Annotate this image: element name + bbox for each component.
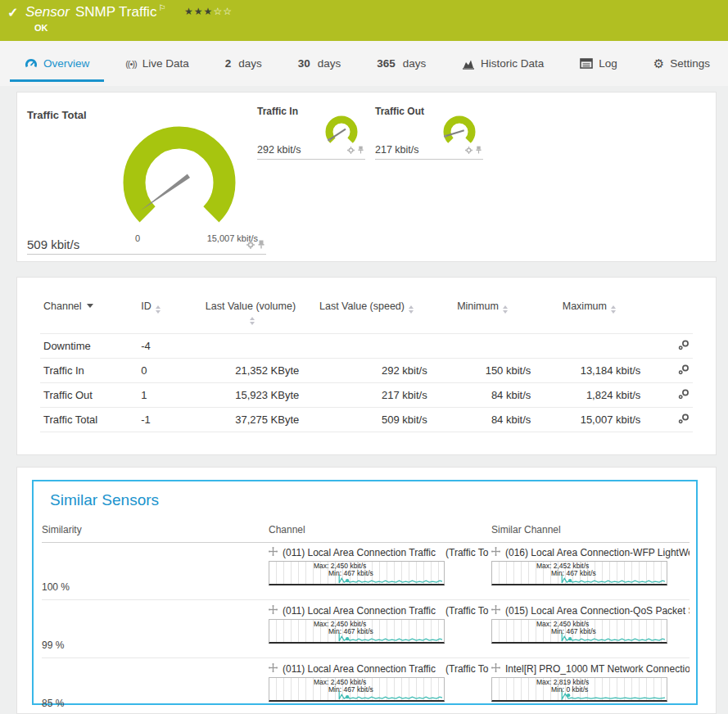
table-row-downtime[interactable]: Downtime -4 — [40, 334, 693, 359]
sort-icon — [156, 305, 161, 314]
tab-2-days[interactable]: 2 days — [220, 41, 267, 86]
maximum-value: 15,007 kbit/s — [534, 408, 644, 432]
similarity-value: 85 % — [42, 698, 269, 714]
tab-30-days[interactable]: 30 days — [293, 41, 346, 86]
channel-mini-graph[interactable]: Max: 2,450 kbit/s Min: 467 kbit/s — [269, 561, 445, 585]
gauge-settings-icon[interactable] — [347, 142, 355, 157]
table-row-traffic-out[interactable]: Traffic Out 1 15,923 KByte 217 kbit/s 84… — [40, 383, 693, 408]
tab-log[interactable]: Log — [575, 41, 622, 86]
similar-channel-mini-graph[interactable]: Max: 2,819 kbit/s Min: 0 kbit/s — [491, 677, 667, 702]
last-value-volume: 21,352 KByte — [199, 359, 303, 383]
channel-link-suffix: (Traffic To — [445, 663, 488, 675]
move-handle-icon[interactable] — [269, 547, 278, 558]
channel-name[interactable]: Traffic In — [40, 359, 138, 383]
tab-live-data[interactable]: ((•)) Live Data — [120, 41, 194, 86]
last-value-speed — [302, 334, 430, 359]
channel-settings-icon[interactable] — [678, 365, 690, 377]
channel-link-suffix: (Traffic To — [445, 547, 488, 558]
priority-stars[interactable]: ★★★☆☆ — [184, 6, 233, 17]
graph-min-label: Min: 467 kbit/s — [551, 569, 596, 577]
last-value-volume: 37,275 KByte — [199, 408, 303, 432]
gauge-pin-icon[interactable] — [476, 142, 482, 157]
tab-bar: Overview ((•)) Live Data 2 days 30 days … — [0, 41, 728, 86]
gauge-settings-icon[interactable] — [246, 237, 255, 252]
tab-historic-data[interactable]: Historic Data — [457, 41, 549, 86]
tab-settings[interactable]: ⚙ Settings — [649, 41, 715, 86]
status-badge: OK — [34, 23, 48, 33]
minimum-value: 84 kbit/s — [431, 383, 535, 408]
column-header-last-value-speed[interactable]: Last Value (speed) — [302, 297, 430, 334]
similar-channel-link[interactable]: Intel[R] PRO_1000 MT Network Connection — [505, 663, 690, 675]
traffic-total-dial — [114, 119, 245, 250]
similar-sensor-row: 85 % (011) Local Area Connection Traffic… — [42, 658, 690, 714]
graph-min-label: Min: 467 kbit/s — [328, 627, 373, 635]
tab-label: days — [403, 57, 427, 70]
similar-sensors-panel: Similar Sensors Similarity Channel Simil… — [16, 467, 717, 714]
channel-id: -1 — [138, 408, 198, 432]
tab-label: Historic Data — [481, 57, 544, 70]
sort-desc-icon — [87, 304, 93, 308]
channel-link[interactable]: (011) Local Area Connection Traffic — [283, 605, 436, 617]
sort-icon — [503, 305, 508, 314]
gauge-pin-icon[interactable] — [258, 237, 265, 252]
channel-settings-icon[interactable] — [678, 390, 690, 402]
similar-channel-link[interactable]: (015) Local Area Connection-QoS Packet S… — [505, 605, 690, 617]
channel-link[interactable]: (011) Local Area Connection Traffic — [283, 547, 436, 558]
gauge-title: Traffic In — [257, 106, 298, 117]
similar-sensors-title: Similar Sensors — [50, 491, 159, 509]
tab-label: Overview — [43, 57, 89, 70]
similarity-value: 99 % — [42, 639, 269, 658]
maximum-value: 1,824 kbit/s — [534, 383, 644, 408]
move-handle-icon[interactable] — [269, 605, 278, 617]
last-value-volume — [199, 334, 303, 359]
column-header-minimum[interactable]: Minimum — [431, 297, 535, 334]
sort-icon — [611, 305, 616, 314]
similar-channel-mini-graph[interactable]: Max: 2,452 kbit/s Min: 467 kbit/s — [491, 561, 667, 585]
channel-name[interactable]: Downtime — [40, 334, 138, 359]
tab-label: days — [238, 57, 262, 70]
gauge-value: 509 kbit/s — [27, 237, 79, 251]
sensor-name: SNMP Traffic — [75, 4, 157, 20]
column-header-similar-channel: Similar Channel — [491, 524, 690, 542]
channel-name[interactable]: Traffic Out — [40, 383, 138, 408]
gauges-panel: Traffic Total 0 15,007 kbit/s 509 kbit/s… — [16, 92, 717, 262]
move-handle-icon[interactable] — [491, 663, 500, 675]
channel-table-panel: Channel ID Last Value (volume) Last Valu… — [16, 277, 717, 455]
gauge-pin-icon[interactable] — [358, 142, 364, 157]
move-handle-icon[interactable] — [269, 663, 278, 675]
tab-overview[interactable]: Overview — [20, 41, 94, 86]
table-row-traffic-in[interactable]: Traffic In 0 21,352 KByte 292 kbit/s 150… — [40, 359, 693, 383]
table-row-traffic-total[interactable]: Traffic Total -1 37,275 KByte 509 kbit/s… — [40, 408, 693, 432]
similarity-value: 100 % — [42, 581, 269, 599]
channel-id: -4 — [138, 334, 198, 359]
column-header-channel[interactable]: Channel — [40, 297, 138, 334]
gauge-settings-icon[interactable] — [465, 142, 473, 157]
tab-label: Log — [599, 57, 617, 70]
graph-min-label: Min: 467 kbit/s — [328, 569, 373, 577]
column-header-last-value-volume[interactable]: Last Value (volume) — [199, 297, 303, 334]
channel-link[interactable]: (011) Local Area Connection Traffic — [283, 663, 436, 675]
gauge-scale-min: 0 — [135, 233, 140, 243]
column-header-maximum[interactable]: Maximum — [534, 297, 644, 334]
minimum-value: 84 kbit/s — [431, 408, 535, 432]
similar-sensor-row: 100 % (011) Local Area Connection Traffi… — [42, 542, 690, 600]
similar-channel-link[interactable]: (016) Local Area Connection-WFP LightWei… — [505, 547, 690, 558]
channel-settings-icon[interactable] — [678, 414, 690, 427]
similar-channel-mini-graph[interactable]: Max: 2,450 kbit/s Min: 467 kbit/s — [491, 619, 667, 644]
channel-link-suffix: (Traffic To — [445, 605, 488, 617]
priority-flag-icon[interactable]: ⚐ — [158, 3, 165, 12]
gauge-title: Traffic Total — [27, 109, 87, 121]
gear-icon: ⚙ — [653, 56, 664, 71]
tab-365-days[interactable]: 365 days — [372, 41, 431, 86]
move-handle-icon[interactable] — [491, 547, 500, 558]
channel-table: Channel ID Last Value (volume) Last Valu… — [40, 297, 693, 432]
move-handle-icon[interactable] — [491, 605, 500, 617]
sensor-header: ✓ SensorSNMP Traffic⚐ ★★★☆☆ OK — [0, 0, 728, 41]
channel-settings-icon[interactable] — [678, 341, 690, 353]
channel-mini-graph[interactable]: Max: 2,450 kbit/s Min: 467 kbit/s — [269, 677, 445, 702]
column-header-id[interactable]: ID — [138, 297, 198, 334]
gauge-traffic-in: Traffic In 292 kbit/s — [257, 106, 365, 160]
channel-mini-graph[interactable]: Max: 2,450 kbit/s Min: 467 kbit/s — [269, 619, 445, 644]
stars-filled: ★★★ — [184, 6, 213, 17]
channel-name[interactable]: Traffic Total — [40, 408, 138, 432]
